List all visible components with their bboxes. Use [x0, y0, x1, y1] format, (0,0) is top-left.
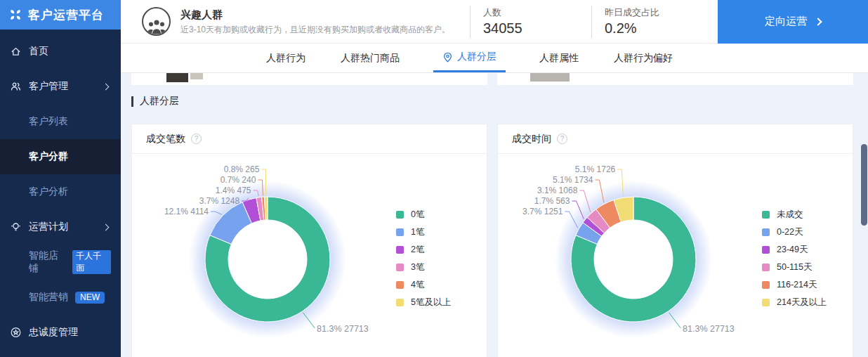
- bulb-icon: [10, 221, 22, 233]
- legend-label: 未成交: [777, 209, 803, 221]
- legend-swatch: [762, 281, 770, 289]
- pie-callout-label: 3.7% 1248: [199, 196, 240, 206]
- location-pin-icon: [442, 52, 453, 63]
- chart-legend: 未成交 0-22天 23-49天 50-115天 116-214天 214天及以…: [762, 206, 827, 311]
- legend-swatch: [396, 281, 404, 289]
- legend-swatch: [762, 228, 770, 236]
- pie-callout-label: 0.7% 240: [221, 175, 256, 185]
- clipped-card-previous-section: [497, 73, 853, 85]
- legend-swatch: [396, 264, 404, 271]
- vertical-scrollbar-thumb[interactable]: [861, 144, 867, 226]
- group-header: 兴趣人群 近3-10天有加购或收藏行为，且近期没有购买加购或者收藏商品的客户。 …: [121, 0, 868, 44]
- targeted-operation-button[interactable]: 定向运营: [718, 0, 868, 44]
- legend-swatch: [762, 299, 770, 306]
- star-circle-icon: [10, 327, 22, 338]
- legend-item[interactable]: 50-115天: [762, 259, 827, 276]
- deal-count-chart-card: 成交笔数 ? 0.8% 2650.7% 2401.4% 4753.7% 1248…: [131, 124, 487, 357]
- sidebar-item-operation-plan[interactable]: 运营计划: [0, 209, 121, 245]
- legend-label: 116-214天: [777, 279, 817, 291]
- legend-swatch: [396, 211, 404, 219]
- legend-item[interactable]: 116-214天: [762, 276, 827, 294]
- pie-callout-label: 1.7% 563: [534, 196, 570, 206]
- pie-callout-label: 12.1% 4114: [164, 207, 209, 216]
- legend-item[interactable]: 0-22天: [762, 223, 827, 241]
- stat-people-count: 人数 34055: [470, 6, 591, 38]
- legend-label: 1笔: [411, 226, 424, 238]
- legend-label: 23-49天: [777, 244, 808, 256]
- legend-label: 50-115天: [777, 261, 813, 273]
- help-icon[interactable]: ?: [191, 134, 202, 144]
- tab-group-behavior-preference[interactable]: 人群行为偏好: [612, 44, 674, 72]
- sidebar-item-customer-analysis[interactable]: 客户分析: [0, 174, 121, 209]
- legend-item[interactable]: 0笔: [396, 206, 451, 223]
- legend-label: 0笔: [411, 209, 424, 221]
- sidebar-item-label: 客户列表: [29, 115, 68, 128]
- tab-label: 人群行为偏好: [614, 52, 673, 65]
- app-logo[interactable]: 客户运营平台: [0, 0, 121, 30]
- stat-label: 昨日成交占比: [605, 6, 711, 19]
- sidebar-item-customer-segment[interactable]: 客户分群: [0, 139, 121, 174]
- group-title: 兴趣人群: [180, 8, 470, 22]
- product-image-partial: [190, 73, 203, 79]
- app-logo-text: 客户运营平台: [28, 7, 104, 23]
- sidebar-item-customer-management[interactable]: 客户管理: [0, 69, 121, 104]
- clipped-card-previous-section: [131, 73, 487, 85]
- tab-label: 人群属性: [539, 52, 579, 65]
- tab-label: 人群热门商品: [341, 52, 400, 65]
- pie-callout-label: 0.8% 265: [224, 164, 260, 174]
- legend-swatch: [762, 246, 770, 254]
- sidebar: 客户运营平台 首页 客户管理 客户列表: [0, 0, 121, 357]
- legend-item[interactable]: 1笔: [396, 223, 451, 241]
- sidebar-item-smart-marketing[interactable]: 智能营销 NEW: [0, 280, 121, 315]
- legend-item[interactable]: 23-49天: [762, 241, 827, 259]
- sidebar-item-label: 忠诚度管理: [29, 326, 78, 339]
- sidebar-item-label: 智能店铺: [29, 249, 65, 275]
- audience-group-icon: [142, 7, 171, 36]
- pie-callout-label: 3.1% 1068: [537, 186, 578, 195]
- sidebar-item-customer-list[interactable]: 客户列表: [0, 104, 121, 139]
- legend-swatch: [396, 228, 404, 236]
- users-icon: [10, 81, 22, 92]
- donut-chart-deal-count: 0.8% 2650.7% 2401.4% 4753.7% 124812.1% 4…: [132, 154, 487, 357]
- sidebar-item-loyalty-management[interactable]: 忠诚度管理: [0, 315, 121, 350]
- content-area: 人群分层 成交笔数 ? 0.8% 2650.7% 2401.4% 4753.7%…: [121, 73, 868, 357]
- legend-item[interactable]: 3笔: [396, 259, 451, 276]
- product-image-partial: [166, 73, 188, 82]
- chevron-right-icon: [814, 18, 822, 25]
- home-icon: [10, 46, 22, 57]
- sidebar-item-smart-store[interactable]: 智能店铺 千人千面: [0, 245, 121, 280]
- pie-callout-label: 3.7% 1251: [522, 207, 563, 216]
- tab-group-attributes[interactable]: 人群属性: [538, 44, 580, 72]
- smart-store-badge: 千人千面: [72, 250, 111, 274]
- product-image-partial: [530, 73, 570, 82]
- tab-group-stratification[interactable]: 人群分层: [433, 44, 506, 72]
- legend-item[interactable]: 5笔及以上: [396, 294, 451, 311]
- tab-group-hot-products[interactable]: 人群热门商品: [339, 44, 401, 72]
- sidebar-item-label: 客户分析: [29, 186, 68, 198]
- tab-label: 人群分层: [457, 51, 497, 63]
- pie-callout-label: 1.4% 475: [216, 186, 251, 195]
- section-title-bar: [131, 96, 133, 107]
- legend-item[interactable]: 2笔: [396, 241, 451, 259]
- card-header: 成交时间 ?: [498, 124, 853, 154]
- sidebar-item-label: 客户管理: [29, 80, 68, 93]
- legend-swatch: [762, 264, 770, 271]
- help-icon[interactable]: ?: [557, 134, 567, 144]
- legend-swatch: [396, 246, 404, 254]
- stat-label: 人数: [483, 6, 591, 19]
- sidebar-item-label: 运营计划: [29, 221, 68, 233]
- legend-item[interactable]: 未成交: [762, 206, 827, 223]
- chart-legend: 0笔 1笔 2笔 3笔 4笔 5笔及以上: [396, 206, 451, 311]
- stat-value: 0.2%: [605, 20, 711, 37]
- sidebar-nav: 首页 客户管理 客户列表 客户分群 客户分析: [0, 30, 121, 350]
- tab-group-behavior[interactable]: 人群行为: [265, 44, 307, 72]
- stat-value: 34055: [483, 20, 591, 37]
- section-title: 人群分层: [131, 95, 179, 108]
- legend-item[interactable]: 214天及以上: [762, 294, 827, 311]
- legend-label: 5笔及以上: [411, 297, 451, 309]
- legend-label: 0-22天: [777, 226, 803, 238]
- pie-callout-label: 81.3% 27713: [683, 324, 735, 334]
- legend-item[interactable]: 4笔: [396, 276, 451, 294]
- sidebar-item-home[interactable]: 首页: [0, 34, 121, 69]
- stat-deal-ratio: 昨日成交占比 0.2%: [591, 6, 711, 38]
